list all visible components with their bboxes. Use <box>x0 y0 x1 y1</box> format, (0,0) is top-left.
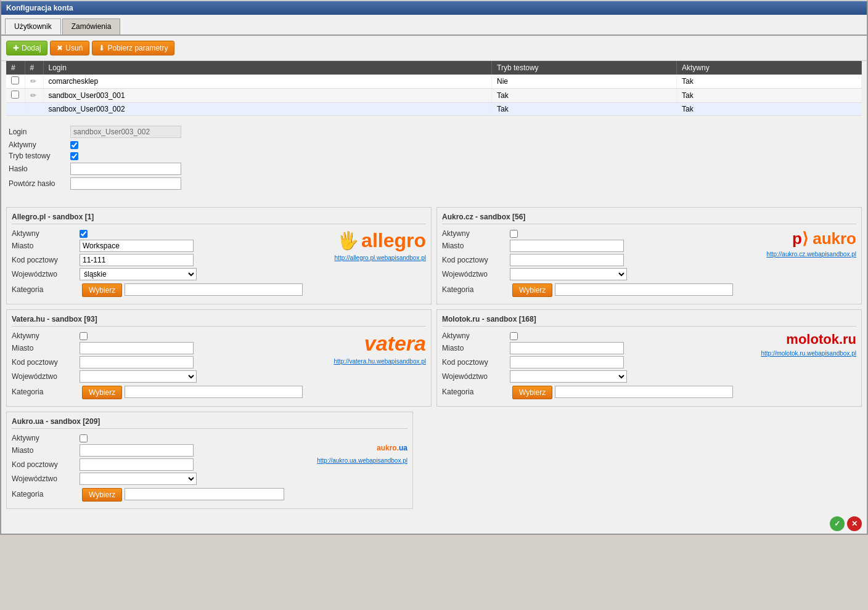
tab-zamowienia[interactable]: Zamówienia <box>62 18 121 35</box>
molotok-woj-select[interactable] <box>510 370 627 383</box>
window-title: Konfiguracja konta <box>6 4 862 12</box>
row-checkbox-2[interactable] <box>6 89 25 103</box>
vatera-aktywny-label: Aktywny <box>12 331 80 340</box>
aukro-cz-wybierz-button[interactable]: Wybierz <box>512 283 552 297</box>
vatera-aktywny-checkbox[interactable] <box>80 332 88 340</box>
login-row: Login <box>9 126 859 138</box>
allegro-kategoria-input[interactable] <box>125 283 303 296</box>
table-row[interactable]: ✏ comarchesklep Nie Tak <box>6 75 862 89</box>
row-edit-2[interactable]: ✏ <box>25 89 43 103</box>
allegro-link[interactable]: http://allegro.pl.webapisandbox.pl <box>335 254 426 261</box>
aukro-ua-aktywny-checkbox[interactable] <box>80 434 88 442</box>
aukro-ua-aktywny-row: Aktywny <box>12 434 284 442</box>
allegro-logo: 🖐 allegro <box>337 229 426 252</box>
molotok-panel: Molotok.ru - sandbox [168] Aktywny Miast… <box>436 309 862 407</box>
allegro-woj-select[interactable]: śląskie <box>80 268 197 280</box>
aukro-ua-panel: Aukro.ua - sandbox [209] Aktywny Miasto … <box>6 412 413 509</box>
aukro-cz-aktywny-checkbox[interactable] <box>510 230 518 238</box>
vatera-panel-body: Aktywny Miasto Kod pocztowy Województwo <box>12 331 426 401</box>
molotok-wybierz-button[interactable]: Wybierz <box>512 386 552 399</box>
aukro-ua-woj-row: Województwo <box>12 473 284 485</box>
aukro-ua-logo-ua: ua <box>399 444 407 452</box>
aukro-cz-kod-input[interactable] <box>510 254 624 266</box>
aukro-cz-miasto-label: Miasto <box>442 242 510 250</box>
haslo-input[interactable] <box>70 163 181 175</box>
fetch-params-button[interactable]: ⬇ Pobierz parametry <box>92 41 174 55</box>
aukro-cz-kategoria-input[interactable] <box>555 283 733 296</box>
aktywny-checkbox[interactable] <box>70 141 78 149</box>
vatera-wybierz-button[interactable]: Wybierz <box>82 386 122 399</box>
edit-icon[interactable]: ✏ <box>30 77 36 86</box>
tab-uzytkownik[interactable]: Użytkownik <box>5 18 61 35</box>
aukro-cz-panel: Aukro.cz - sandbox [56] Aktywny Miasto K… <box>436 207 862 304</box>
vatera-woj-select[interactable] <box>80 370 197 383</box>
cancel-button[interactable]: ✕ <box>847 516 862 531</box>
aukro-cz-link[interactable]: http://aukro.cz.webapisandbox.pl <box>766 251 856 258</box>
aukro-cz-woj-select[interactable] <box>510 268 627 280</box>
aukro-ua-link[interactable]: http://aukro.ua.webapisandbox.pl <box>317 457 407 464</box>
allegro-wybierz-button[interactable]: Wybierz <box>82 283 122 297</box>
allegro-kod-row: Kod pocztowy <box>12 254 303 266</box>
allegro-aktywny-checkbox[interactable] <box>80 230 88 238</box>
row-edit-1[interactable]: ✏ <box>25 75 43 89</box>
tryb-checkbox[interactable] <box>70 152 78 160</box>
molotok-link[interactable]: http://molotok.ru.webapisandbox.pl <box>761 350 856 357</box>
aukro-cz-logo-area: p ⟩ aukro http://aukro.cz.webapisandbox.… <box>733 229 856 299</box>
aukro-ua-kod-input[interactable] <box>80 458 194 471</box>
edit-icon[interactable]: ✏ <box>30 91 36 100</box>
vatera-kod-input[interactable] <box>80 356 194 368</box>
vatera-miasto-input[interactable] <box>80 342 194 354</box>
row-tryb-2: Tak <box>492 89 677 103</box>
molotok-kategoria-input[interactable] <box>555 386 733 398</box>
add-button[interactable]: ✚ Dodaj <box>6 41 47 55</box>
allegro-miasto-label: Miasto <box>12 242 80 250</box>
remove-button[interactable]: ✖ Usuń <box>50 41 89 55</box>
row-edit-3 <box>25 103 43 116</box>
aukro-ua-miasto-input[interactable] <box>80 444 194 457</box>
allegro-kod-input[interactable] <box>80 254 194 266</box>
allegro-kod-label: Kod pocztowy <box>12 256 80 264</box>
molotok-miasto-label: Miasto <box>442 344 510 352</box>
panels-grid-row1: Allegro.pl - sandbox [1] Aktywny Miasto … <box>1 202 867 309</box>
aukro-cz-woj-label: Województwo <box>442 270 510 279</box>
aukro-cz-aktywny-label: Aktywny <box>442 229 510 238</box>
molotok-woj-label: Województwo <box>442 372 510 381</box>
vatera-form: Aktywny Miasto Kod pocztowy Województwo <box>12 331 303 401</box>
aktywny-label: Aktywny <box>9 140 70 149</box>
allegro-logo-area: 🖐 allegro http://allegro.pl.webapisandbo… <box>303 229 426 299</box>
molotok-kod-input[interactable] <box>510 356 624 368</box>
download-icon: ⬇ <box>99 44 105 52</box>
aukro-ua-kategoria-input[interactable] <box>125 488 284 500</box>
row-login-2: sandbox_User003_001 <box>43 89 492 103</box>
aukro-ua-kategoria-label: Kategoria <box>12 490 80 498</box>
aukro-cz-kategoria-row: Kategoria Wybierz <box>442 282 733 297</box>
aukro-cz-miasto-row: Miasto <box>442 240 733 252</box>
powtorz-label: Powtórz hasło <box>9 179 70 188</box>
row-aktywny-3: Tak <box>677 103 862 116</box>
vatera-link[interactable]: http://vatera.hu.webapisandbox.pl <box>334 358 426 365</box>
col-hash1: # <box>6 61 25 75</box>
allegro-miasto-input[interactable] <box>80 240 194 252</box>
vatera-kategoria-input[interactable] <box>125 386 303 398</box>
col-aktywny: Aktywny <box>677 61 862 75</box>
aukro-ua-woj-select[interactable] <box>80 473 197 485</box>
aukro-cz-kod-label: Kod pocztowy <box>442 256 510 264</box>
row-checkbox-1[interactable] <box>6 75 25 89</box>
aukro-cz-panel-title: Aukro.cz - sandbox [56] <box>442 213 856 224</box>
users-table-section: # # Login Tryb testowy Aktywny ✏ comarch… <box>1 61 867 121</box>
vatera-panel-title: Vatera.hu - sandbox [93] <box>12 315 426 327</box>
table-row[interactable]: ✏ sandbox_User003_001 Tak Tak <box>6 89 862 103</box>
molotok-miasto-input[interactable] <box>510 342 624 354</box>
login-input[interactable] <box>70 126 181 138</box>
table-row[interactable]: sandbox_User003_002 Tak Tak <box>6 103 862 116</box>
ok-button[interactable]: ✓ <box>830 516 845 531</box>
vatera-aktywny-row: Aktywny <box>12 331 303 340</box>
users-table: # # Login Tryb testowy Aktywny ✏ comarch… <box>6 61 862 116</box>
molotok-aktywny-checkbox[interactable] <box>510 332 518 340</box>
aukro-ua-wybierz-button[interactable]: Wybierz <box>82 488 122 502</box>
main-window: Konfiguracja konta Użytkownik Zamówienia… <box>0 0 868 535</box>
powtorz-input[interactable] <box>70 177 181 190</box>
molotok-kategoria-row: Kategoria Wybierz <box>442 384 733 399</box>
aukro-ua-kod-label: Kod pocztowy <box>12 460 80 469</box>
aukro-cz-miasto-input[interactable] <box>510 240 624 252</box>
